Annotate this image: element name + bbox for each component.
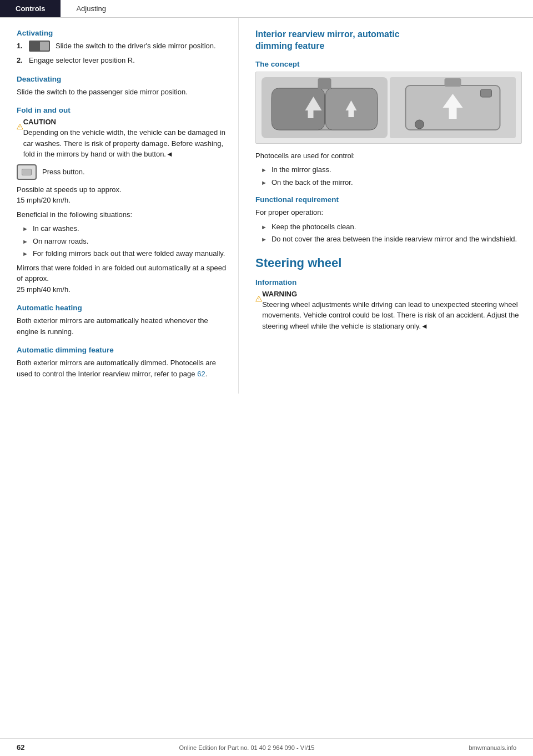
steering-wheel-heading: Steering wheel	[255, 256, 522, 270]
functional-text: For proper operation:	[255, 207, 522, 218]
photocell-bullet-1: ► In the mirror glass.	[261, 164, 522, 175]
bullet-item-3: ► For folding mirrors back out that were…	[22, 248, 227, 259]
deactivating-heading: Deactivating	[17, 75, 227, 83]
svg-point-15	[415, 120, 424, 129]
bullet-item-1: ► In car washes.	[22, 223, 227, 234]
left-column: Activating 1. Slide the switch to the dr…	[0, 18, 239, 394]
auto-dimming-end: .	[205, 370, 208, 378]
warning-box: ! WARNING Steering wheel adjustments whi…	[255, 290, 522, 332]
svg-rect-8	[349, 110, 354, 117]
caution-title: CAUTION	[23, 118, 227, 126]
warning-text: Steering wheel adjustments while driving…	[262, 299, 522, 332]
automatic-heating-text: Both exterior mirrors are automatically …	[17, 315, 227, 337]
mirror-svg-left	[262, 77, 388, 138]
automatic-heating-heading: Automatic heating	[17, 304, 227, 312]
header-tabs: Controls Adjusting	[0, 0, 533, 18]
automatic-dimming-heading: Automatic dimming feature	[17, 346, 227, 354]
functional-heading: Functional requirement	[255, 195, 522, 204]
step-1-number: 1.	[17, 41, 27, 52]
photocells-list: ► In the mirror glass. ► On the back of …	[261, 164, 522, 188]
right-column: Interior rearview mirror, automatic dimm…	[239, 18, 533, 394]
step-2-text: Engage selector lever position R.	[29, 55, 135, 66]
bullet-arrow-3: ►	[22, 249, 28, 259]
step-1-text: Slide the switch to the driver's side mi…	[56, 41, 216, 52]
functional-text-2: Do not cover the area between the inside…	[271, 234, 517, 245]
tab-controls[interactable]: Controls	[0, 0, 61, 17]
photocell-bullet-2: ► On the back of the mirror.	[261, 177, 522, 188]
svg-rect-7	[308, 110, 314, 118]
mirror-svg-right	[390, 77, 516, 138]
tab-adjusting[interactable]: Adjusting	[61, 0, 121, 17]
activating-heading: Activating	[17, 29, 227, 37]
fold-heading: Fold in and out	[17, 106, 227, 114]
functional-arrow-1: ►	[261, 223, 267, 232]
mirror-image-left	[262, 77, 388, 138]
auto-dimming-text-main: Both exterior mirrors are automatically …	[17, 359, 216, 378]
photocell-text-2: On the back of the mirror.	[271, 177, 353, 188]
svg-text:!: !	[258, 298, 259, 301]
photocell-text-1: In the mirror glass.	[271, 164, 331, 175]
switch-icon	[29, 41, 50, 52]
beneficial-text: Beneficial in the following situations:	[17, 209, 227, 220]
press-button-icon	[17, 164, 37, 180]
interior-mirror-heading: Interior rearview mirror, automatic dimm…	[255, 29, 522, 52]
functional-arrow-2: ►	[261, 235, 267, 244]
photocells-text: Photocells are used for control:	[255, 150, 522, 162]
svg-text:!: !	[19, 125, 21, 129]
caution-text: Depending on the vehicle width, the vehi…	[23, 127, 227, 160]
step-2: 2. Engage selector lever position R.	[17, 55, 227, 66]
main-content: Activating 1. Slide the switch to the dr…	[0, 18, 533, 394]
deactivating-text: Slide the switch to the passenger side m…	[17, 87, 227, 98]
functional-bullet-2: ► Do not cover the area between the insi…	[261, 234, 522, 245]
caution-content: CAUTION Depending on the vehicle width, …	[23, 118, 227, 160]
warning-content: WARNING Steering wheel adjustments while…	[262, 290, 522, 332]
bullet-text-2: On narrow roads.	[33, 236, 88, 247]
functional-bullet-1: ► Keep the photocells clean.	[261, 221, 522, 233]
automatic-dimming-text: Both exterior mirrors are automatically …	[17, 357, 227, 379]
bullet-arrow-1: ►	[22, 224, 28, 234]
caution-icon: !	[17, 118, 23, 135]
step-1: 1. Slide the switch to the driver's side…	[17, 41, 227, 52]
photocell-arrow-2: ►	[261, 178, 267, 188]
svg-rect-9	[318, 78, 331, 89]
functional-text-1: Keep the photocells clean.	[271, 221, 356, 233]
mirror-image-area	[255, 72, 522, 144]
functional-list: ► Keep the photocells clean. ► Do not co…	[261, 221, 522, 245]
button-icon-inner	[22, 169, 32, 175]
footer: 62 Online Edition for Part no. 01 40 2 9…	[0, 738, 533, 756]
caution-box: ! CAUTION Depending on the vehicle width…	[17, 118, 227, 160]
mirror-image-right	[390, 77, 516, 138]
footer-text: Online Edition for Part no. 01 40 2 964 …	[179, 744, 314, 751]
mirrors-folded-text: Mirrors that were folded in are folded o…	[17, 263, 227, 295]
beneficial-list: ► In car washes. ► On narrow roads. ► Fo…	[22, 223, 227, 259]
information-heading: Information	[255, 278, 522, 286]
press-button-row: Press button.	[17, 164, 227, 180]
page-number: 62	[17, 743, 24, 752]
bullet-text-3: For folding mirrors back out that were f…	[33, 248, 225, 259]
bullet-text-1: In car washes.	[33, 223, 79, 234]
auto-dimming-link[interactable]: 62	[197, 370, 205, 378]
svg-rect-14	[481, 89, 492, 97]
warning-icon: !	[255, 290, 262, 308]
footer-site: bmwmanuals.info	[469, 744, 516, 751]
speeds-text: Possible at speeds up to approx. 15 mph/…	[17, 184, 227, 206]
photocell-arrow-1: ►	[261, 165, 267, 175]
bullet-item-2: ► On narrow roads.	[22, 236, 227, 247]
svg-rect-11	[445, 78, 461, 87]
step-2-number: 2.	[17, 55, 27, 66]
svg-rect-13	[449, 108, 457, 119]
concept-heading: The concept	[255, 60, 522, 68]
bullet-arrow-2: ►	[22, 237, 28, 246]
press-button-label: Press button.	[42, 168, 85, 176]
warning-title: WARNING	[262, 290, 522, 298]
